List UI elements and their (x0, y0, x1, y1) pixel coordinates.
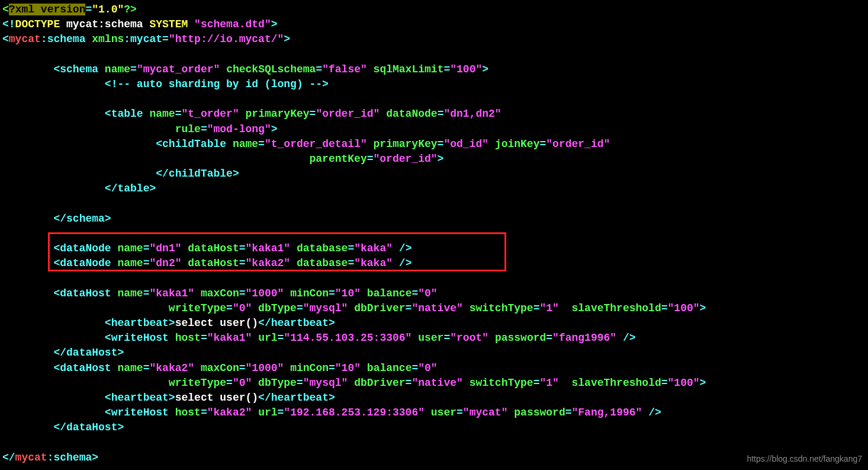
code-token: user (431, 407, 456, 418)
code-token: < (2, 392, 111, 404)
code-token: > (482, 63, 488, 75)
code-token (290, 242, 297, 254)
code-token: "kaka1" (246, 242, 291, 254)
code-token: = (661, 377, 668, 389)
code-token: "1000" (246, 362, 284, 374)
code-token: url (258, 407, 277, 418)
code-token: joinKey (495, 138, 540, 150)
code-token (284, 362, 290, 374)
code-token: </ (2, 183, 117, 194)
code-token: childTable (169, 168, 233, 180)
code-token (361, 362, 367, 374)
code-token (194, 362, 201, 374)
code-token: host (175, 332, 201, 344)
code-token (559, 377, 572, 389)
code-token (169, 407, 175, 418)
code-token (194, 287, 201, 299)
code-token: name (117, 287, 143, 299)
code-token: </ (2, 168, 169, 180)
code-token: :mycat= (124, 33, 169, 45)
code-token: balance (367, 362, 412, 374)
code-token: > (329, 392, 335, 404)
code-token: > (438, 153, 444, 165)
code-token (361, 287, 367, 299)
code-token: = (310, 108, 316, 120)
code-token (2, 302, 169, 314)
code-token: > (105, 213, 111, 225)
code-token: = (412, 362, 418, 374)
code-token (2, 78, 105, 90)
code-token (2, 123, 175, 135)
code-token: dbDriver (354, 302, 405, 314)
code-token: = (297, 302, 303, 314)
code-token: password (495, 332, 546, 344)
code-token: "10" (335, 362, 361, 374)
code-token (367, 138, 374, 150)
code-token: dataNode (60, 257, 111, 269)
code-token: :schema (41, 33, 92, 45)
code-token: "0" (233, 377, 252, 389)
code-token (111, 287, 118, 299)
code-token: = (329, 287, 335, 299)
watermark: https://blog.csdn.net/fangkang7 (747, 453, 862, 465)
code-token: > (233, 168, 239, 180)
code-token: "mod-long" (207, 123, 271, 135)
code-token: > (169, 317, 175, 329)
code-token: = (565, 407, 572, 418)
code-token: dbDriver (354, 377, 405, 389)
code-token: DOCTYPE (15, 18, 60, 30)
code-token: sqlMaxLimit (374, 63, 444, 75)
code-token: "fang1996" (552, 332, 616, 344)
code-token: SYSTEM (149, 18, 188, 30)
code-token: > (271, 18, 278, 30)
code-token: heartbeat (271, 392, 329, 404)
code-token (367, 63, 374, 75)
code-token: = (539, 138, 546, 150)
code-token: = (438, 138, 444, 150)
code-token: < (2, 242, 60, 254)
code-token: < (2, 287, 60, 299)
code-token: table (111, 108, 143, 120)
code-token: /> (393, 257, 412, 269)
code-token: writeHost (111, 407, 169, 418)
code-token: schema (60, 63, 98, 75)
code-token: "t_order_detail" (265, 138, 367, 150)
code-token: = (201, 123, 207, 135)
code-token: slaveThreshold (572, 302, 661, 314)
code-token: = (348, 257, 354, 269)
code-token: = (239, 362, 246, 374)
code-comment: <!-- auto sharding by id (long) --> (105, 78, 329, 90)
code-token (239, 108, 246, 120)
code-token: "1" (539, 302, 558, 314)
code-token: writeType (169, 302, 226, 314)
code-token: </ (258, 392, 271, 404)
code-token: "1000" (246, 287, 284, 299)
code-token: > (700, 377, 706, 389)
code-token: writeType (169, 377, 226, 389)
code-token: mycat (15, 452, 47, 463)
code-token: > (329, 317, 335, 329)
code-token: = (201, 407, 207, 418)
code-token: < (2, 4, 9, 15)
code-token: "native" (412, 377, 462, 389)
code-token: = (143, 242, 150, 254)
code-token: database (297, 257, 348, 269)
code-token (412, 332, 418, 344)
code-token: > (149, 183, 156, 194)
code-token: dataHost (60, 362, 111, 374)
code-token: checkSQLschema (226, 63, 316, 75)
code-content[interactable]: <?xml version="1.0"?> <!DOCTYPE mycat:sc… (2, 2, 868, 465)
code-token (2, 153, 309, 165)
code-token: = (278, 407, 284, 418)
code-token: = (443, 332, 450, 344)
code-token: <! (2, 18, 15, 30)
code-token (98, 63, 105, 75)
code-token: "mycat" (463, 407, 508, 418)
code-token: "dn1" (149, 242, 181, 254)
code-token: = (239, 257, 246, 269)
code-token: < (2, 138, 162, 150)
code-token: balance (367, 287, 412, 299)
code-token: ?> (124, 4, 137, 15)
code-token: </ (2, 347, 66, 359)
code-token (284, 287, 290, 299)
